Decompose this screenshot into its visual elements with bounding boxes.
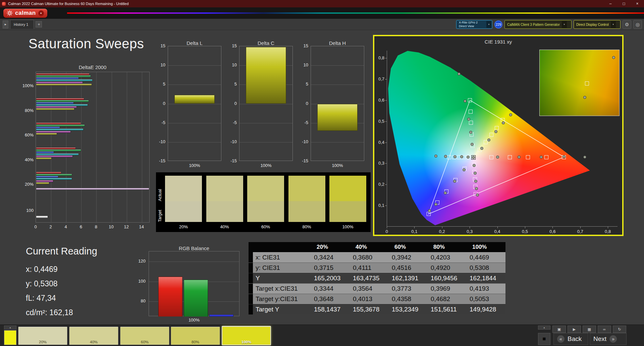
chevron-down-icon[interactable]: ▼ [486,21,491,28]
delta-gridline [239,142,292,142]
cie-y-tick-label: 0,3 [374,161,384,166]
chevron-down-icon[interactable]: ▼ [38,10,44,16]
table-cell: 153,2349 [388,304,427,314]
maximize-button[interactable]: □ [617,0,631,7]
grid-pattern-button[interactable]: ▦ [583,326,596,333]
chevron-down-icon[interactable]: ▼ [562,21,567,28]
actual-patch [247,176,284,201]
pattern-window-button[interactable]: ▣ [552,326,566,333]
calman-menu-button[interactable]: calman ▼ [3,9,47,18]
stop-button[interactable]: ■ [538,333,550,345]
table-cell: 0,4682 [427,294,466,304]
chevron-down-icon[interactable]: ▼ [611,21,616,28]
continuous-mode-button[interactable]: ∞ [598,326,611,333]
cie-measurement-dot [467,118,470,121]
delta-c-plot [239,46,293,161]
rgb-bar-green [184,280,208,316]
minimize-button[interactable]: – [604,0,617,7]
cie-target-square [469,121,473,125]
add-tab-button[interactable]: + [36,21,42,27]
cie-tick [608,227,608,228]
display-connection-button[interactable]: Direct Display Control ▼ [574,20,621,29]
cie-tick [385,142,387,143]
pattern-swatch-80%[interactable]: 80% [171,327,220,345]
back-button[interactable]: « Back [553,333,588,345]
display-label: Direct Display Control [576,23,609,26]
cie-target-square [427,212,431,216]
source-connection-button[interactable]: CalMAN Client 3 Pattern Generator ▼ [504,20,572,29]
close-button[interactable]: × [631,0,644,7]
deltae-bar [36,123,81,124]
deltae-y-label: 40% [13,158,34,162]
deltae-bar [36,178,72,180]
delta-y-tick-label: 10 [153,62,165,68]
cie-target-square [469,110,473,114]
meter-connection-button[interactable]: X-Rite i1Pro 2 Direct View ▼ [456,20,492,29]
results-col-header: 40% [350,242,388,252]
cie-measurement-dot [469,131,472,134]
deltae-x-tick-label: 2 [46,224,56,229]
cie-tick [387,227,387,228]
pattern-swatch-40%[interactable]: 40% [69,327,118,345]
cie-tick [525,227,525,228]
delta-bar [174,95,215,104]
cie-tick [385,163,387,164]
deltae-gridline [127,72,127,222]
delta-y-tick-label: -15 [296,158,308,164]
cie-target-square [495,126,499,130]
play-patterns-button[interactable]: ▶ [568,326,581,333]
cie-y-tick-label: 0,5 [374,119,384,124]
tab-scroll-button[interactable]: ▶ [3,20,8,28]
cie-measurement-dot [453,155,457,158]
rgb-y-tick-label: 80 [124,298,146,304]
panel-up-right-button[interactable]: ▲ [538,326,550,330]
delta-y-tick-label: -10 [224,139,237,145]
target-settings-button[interactable]: ◎ [633,20,642,29]
settings-gear-button[interactable]: ⚙ [623,20,631,29]
results-table: 20%40%60%80%100% x: CIE310,34240,36800,3… [249,242,505,314]
cie-measurement-dot [487,138,490,141]
source-label: CalMAN Client 3 Pattern Generator [507,23,560,26]
header-spacer [253,242,311,252]
delta-h-title: Delta H [311,40,364,46]
table-cell: 0,3424 [311,252,350,263]
loop-mode-button[interactable]: ↻ [613,326,626,333]
meter-mode: Direct View [459,24,484,28]
app-icon [2,2,6,6]
bottombar: ▲ ▲ ▣▶▦∞↻ ■ « Back Next » 20%40%60%80%10… [0,325,644,346]
deltae-bar [36,148,75,149]
cie-measurement-dot [467,156,470,159]
deltae-bar [36,154,78,155]
pattern-swatch-20%[interactable]: 20% [18,327,67,345]
meter-name: X-Rite i1Pro 2 [459,21,484,24]
cie-target-square [544,155,548,159]
deltae-gridline [142,72,142,222]
table-row: Y165,2003163,4735162,1391160,9456162,184… [249,273,505,283]
deltae-y-label: 80% [13,108,34,113]
window-title: Calman 2022 Calman Ultimate for Business… [8,2,129,6]
table-row: Target y:CIE310,36480,40130,43580,46820,… [249,294,505,304]
deltae-y-label: 100% [13,83,34,88]
next-button[interactable]: Next » [590,333,627,345]
patch-label: 60% [247,224,284,229]
cie-tick [442,227,442,228]
deltae-bar [36,133,57,135]
delta-y-tick-label: -10 [153,139,165,145]
delta-gridline [239,104,292,104]
pattern-swatch-100%[interactable]: 100% [222,326,271,345]
cie-target-square [468,98,472,102]
delta-bar [317,104,358,131]
delta-y-tick-label: 15 [224,43,237,49]
cie-target-square [484,140,488,144]
current-pattern-color[interactable] [4,330,16,345]
pattern-swatch-60%[interactable]: 60% [120,327,169,345]
panel-up-left-button[interactable]: ▲ [4,326,16,330]
page-title: Saturation Sweeps [29,36,144,51]
table-cell: 160,9456 [427,273,466,283]
pattern-swatch-label: 20% [18,340,67,344]
calman-app: Calman 2022 Calman Ultimate for Business… [0,0,644,346]
tab-history-1[interactable]: History 1 [10,20,34,29]
cie-tick [385,79,387,79]
deltae-y-label: 20% [13,182,34,187]
deltae-bar [36,104,88,106]
